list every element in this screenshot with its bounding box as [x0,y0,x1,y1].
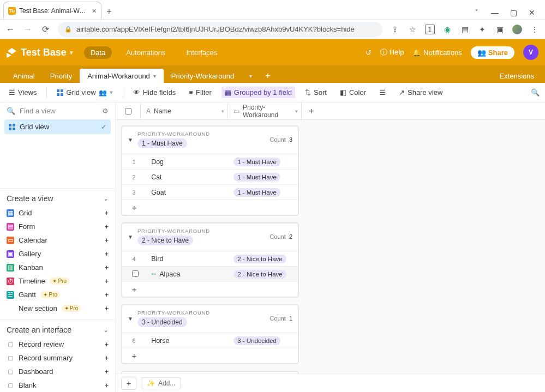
hide-fields-button[interactable]: 👁Hide fields [130,87,179,98]
cell-priority-workaround[interactable]: 2 - Nice to Have [230,255,298,263]
cell-priority-workaround[interactable]: 2 - Nice to Have [230,270,298,278]
user-avatar[interactable]: V [523,45,538,60]
view-switcher[interactable]: Grid view 👥▾ [53,87,116,98]
table-row[interactable]: 4 Bird 2 - Nice to Have [122,251,298,266]
column-header-name[interactable]: AName▾ [141,102,228,119]
extension-icon-1[interactable]: ◉ [442,25,452,34]
base-switcher[interactable]: Test Base ▾ [7,47,73,58]
mode-automations[interactable]: Automations [119,46,172,59]
window-close-button[interactable]: ✕ [525,6,538,19]
url-bar[interactable]: 🔒 airtable.com/appEVlXeIFtefgni2/tbl6jnU… [58,22,382,37]
create-interface-record-summary[interactable]: ▢ Record summary + [0,351,115,365]
group-header[interactable]: ▼ PRIORITY-WORKAROUND 1 - Must Have Coun… [122,126,298,154]
cell-priority-workaround[interactable]: 1 - Must Have [230,173,298,181]
back-button[interactable]: ← [5,25,15,34]
row-checkbox[interactable] [132,270,139,277]
browser-tab[interactable]: Te Test Base: Animal-Workaround - × [3,2,101,19]
extension-badge[interactable]: 1 [425,25,435,34]
create-interface-blank[interactable]: ▢ Blank + [0,378,115,392]
kebab-menu-icon[interactable]: ⋮ [530,25,540,34]
table-tab-priority[interactable]: Priority [43,69,80,83]
settings-icon[interactable]: ⚙ [102,107,109,115]
extension-icon-3[interactable]: ▣ [495,25,505,34]
create-view-form[interactable]: ▤ Form + [0,220,115,233]
create-view-gallery[interactable]: ▣ Gallery + [0,247,115,261]
chevron-down-icon[interactable]: ▾ [295,108,298,114]
table-row[interactable]: ⤢Alpaca 2 - Nice to Have [122,266,298,281]
table-tab-animal-workaround[interactable]: Animal-Workaround▾ [80,69,164,83]
create-view-kanban[interactable]: ▥ Kanban + [0,261,115,274]
cell-name[interactable]: Dog [146,158,230,166]
select-all-checkbox[interactable] [116,102,141,119]
table-tab-priority-workaround[interactable]: Priority-Workaround [164,69,242,83]
create-view-section[interactable]: Create a view ⌄ [0,188,115,206]
group-button[interactable]: ▦Grouped by 1 field [221,87,295,98]
reload-button[interactable]: ⟳ [40,24,50,34]
cell-priority-workaround[interactable]: 1 - Must Have [230,188,298,196]
chevron-down-icon[interactable]: ▾ [221,108,224,114]
color-button[interactable]: ◧Color [337,87,369,98]
new-section-button[interactable]: New section ✦ Pro + [0,301,115,315]
share-button[interactable]: 👥 Share [471,46,514,59]
table-tabs-more[interactable]: ▾ [242,69,260,83]
sort-button[interactable]: ⇅Sort [302,87,330,98]
window-minimize-button[interactable]: ― [488,6,501,19]
search-icon[interactable]: 🔍 [531,88,540,97]
cell-name[interactable]: Cat [146,173,230,181]
extensions-button[interactable]: Extensions [494,69,540,83]
create-view-timeline[interactable]: ⏱ Timeline ✦ Pro + [0,274,115,288]
share-url-icon[interactable]: ⇪ [390,25,400,34]
create-view-gantt[interactable]: ☱ Gantt ✦ Pro + [0,288,115,301]
mode-interfaces[interactable]: Interfaces [179,46,224,59]
add-menu-button[interactable]: ✨Add... [141,377,181,389]
add-table-button[interactable]: + [260,69,276,83]
extension-icon-2[interactable]: ▤ [460,25,470,34]
cell-name[interactable]: Horse [146,337,230,345]
expand-icon[interactable]: ⤢ [149,270,158,279]
add-row-in-group[interactable]: + [122,348,298,363]
new-tab-button[interactable]: + [101,4,117,19]
group-header[interactable]: ▼ PRIORITY-WORKAROUND 2 - Nice to Have C… [122,224,298,251]
table-row[interactable]: 2 Cat 1 - Must Have [122,169,298,184]
add-row-in-group[interactable]: + [122,281,298,297]
add-column-button[interactable]: + [302,102,321,119]
cell-name[interactable]: Goat [146,189,230,196]
profile-avatar[interactable] [512,25,522,34]
close-icon[interactable]: × [92,7,97,15]
chevron-down-icon[interactable]: ▾ [153,73,156,79]
caret-down-icon[interactable]: ▼ [128,137,133,143]
table-row[interactable]: 6 Horse 3 - Undecided [122,333,298,348]
bookmark-icon[interactable]: ☆ [408,25,417,34]
table-row[interactable]: 3 Goat 1 - Must Have [122,184,298,200]
group-header[interactable]: ▼ PRIORITY-WORKAROUND 3 - Undecided Coun… [122,305,298,333]
extensions-puzzle-icon[interactable]: ✦ [477,25,487,34]
find-view-input[interactable]: 🔍 Find a view ⚙ [0,102,115,119]
create-interface-dashboard[interactable]: ▢ Dashboard + [0,365,115,378]
share-view-button[interactable]: ↗Share view [396,87,446,98]
views-toggle[interactable]: ☰Views [5,87,40,98]
table-row[interactable]: 1 Dog 1 - Must Have [122,154,298,169]
history-icon[interactable]: ↺ [366,49,372,57]
table-tab-animal[interactable]: Animal [5,69,43,83]
caret-down-icon[interactable]: ▼ [128,234,133,240]
add-row-in-group[interactable]: + [122,200,298,215]
add-record-button[interactable]: + [121,377,136,390]
create-interface-section[interactable]: Create an interface ⌄ [0,319,115,337]
help-button[interactable]: ⓘ Help [380,47,404,57]
caret-down-icon[interactable]: ▼ [128,316,133,322]
window-maximize-button[interactable]: ▢ [507,6,520,19]
create-interface-record-review[interactable]: ▢ Record review + [0,337,115,351]
cell-name[interactable]: Bird [146,255,230,263]
sidebar-view-item[interactable]: Grid view ✓ [4,119,111,134]
create-view-calendar[interactable]: ▭ Calendar + [0,233,115,247]
mode-data[interactable]: Data [84,46,112,59]
row-height-button[interactable]: ☰ [376,87,389,98]
create-view-grid[interactable]: ▦ Grid + [0,206,115,220]
cell-priority-workaround[interactable]: 1 - Must Have [230,158,298,166]
cell-priority-workaround[interactable]: 3 - Undecided [230,336,298,345]
filter-button[interactable]: ≡Filter [185,87,214,98]
column-header-priority-workaround[interactable]: ▭Priority-Workaround▾ [228,102,302,119]
chevron-down-icon[interactable]: ˅ [470,6,483,19]
cell-name[interactable]: ⤢Alpaca [146,270,230,278]
notifications-button[interactable]: 🔔 Notifications [412,49,462,57]
